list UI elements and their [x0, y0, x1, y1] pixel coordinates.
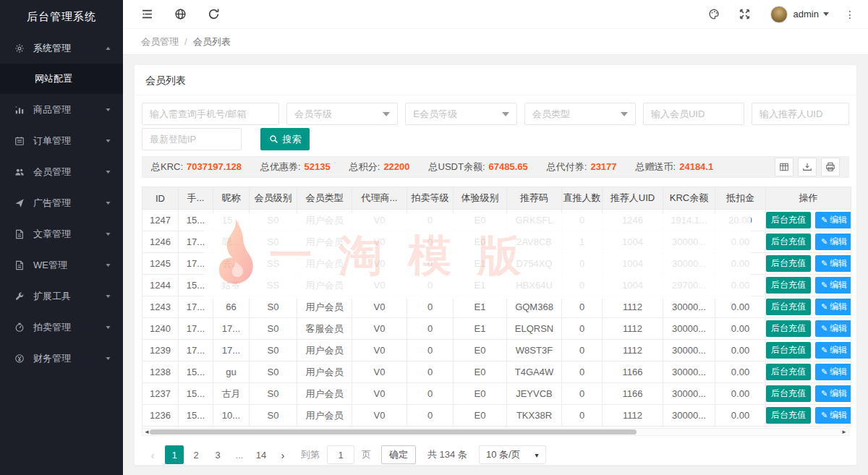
recharge-button[interactable]: 后台充值: [766, 342, 811, 359]
table-cell: 15...: [179, 361, 213, 383]
latest-ip-input[interactable]: [142, 128, 242, 150]
stat-value: 52135: [305, 161, 331, 172]
table-cell: 30000...: [663, 383, 715, 405]
recharge-button[interactable]: 后台充值: [766, 320, 811, 337]
sidebar-item-2[interactable]: 订单管理▼: [0, 125, 123, 156]
table-cell: 10...: [213, 405, 250, 427]
edit-button[interactable]: ✎编辑: [815, 364, 851, 380]
sidebar-subitem-网站配置[interactable]: 网站配置: [0, 64, 123, 94]
fullscreen-icon[interactable]: [739, 8, 752, 21]
goto-label: 到第: [301, 448, 320, 461]
table-cell: S0: [250, 210, 297, 231]
collapse-menu-icon[interactable]: [141, 8, 154, 21]
page-button-1[interactable]: 1: [165, 445, 184, 464]
sidebar-item-0[interactable]: 系统管理▲: [0, 33, 123, 64]
pencil-icon: ✎: [821, 411, 827, 419]
table-cell: 1004: [603, 275, 663, 296]
table-cell: JEYVCB: [507, 383, 562, 405]
pagination: ‹ 123...14 › 到第 页 确定 共 134 条 10 条/页 ▾: [142, 436, 849, 474]
table-cell: 0: [407, 210, 454, 231]
scroll-right-icon[interactable]: ►: [841, 429, 847, 435]
sidebar-item-1[interactable]: 商品管理▼: [0, 94, 123, 125]
chevron-down-icon: ▼: [105, 294, 112, 299]
theme-palette-icon[interactable]: [708, 8, 721, 21]
search-button[interactable]: 搜索: [260, 128, 310, 150]
page-button-2[interactable]: 2: [187, 445, 205, 464]
table-cell: 15...: [179, 405, 213, 427]
recharge-button[interactable]: 后台充值: [766, 364, 811, 380]
sidebar-item-9[interactable]: 财务管理▼: [0, 343, 123, 374]
globe-icon[interactable]: [174, 8, 187, 21]
table-cell: 用户会员: [297, 275, 352, 296]
actions-cell: 后台充值✎编辑: [766, 210, 851, 231]
recharge-button[interactable]: 后台充值: [766, 407, 811, 424]
refresh-icon[interactable]: [208, 8, 221, 21]
stats-bar: 总KRC:7037197.128总优惠券:52135总积分:22200总USDT…: [142, 156, 849, 178]
topbar: admin ⋮: [123, 0, 868, 29]
chevron-down-icon: ▼: [105, 231, 112, 237]
export-icon[interactable]: [798, 158, 817, 176]
breadcrumb-parent[interactable]: 会员管理: [141, 35, 179, 48]
pencil-icon: ✎: [821, 259, 827, 268]
finance-icon: [14, 353, 25, 364]
recharge-button[interactable]: 后台充值: [766, 385, 811, 402]
search-icon: [269, 134, 278, 144]
member-uid-input[interactable]: [643, 103, 744, 125]
stat-item: 总积分:22200: [349, 161, 410, 174]
recharge-button[interactable]: 后台充值: [766, 299, 811, 315]
sidebar-item-6[interactable]: WE管理▼: [0, 249, 123, 281]
edit-button[interactable]: ✎编辑: [815, 234, 851, 250]
sidebar-item-5[interactable]: 文章管理▼: [0, 218, 123, 249]
referrer-uid-input[interactable]: [752, 103, 849, 125]
edit-button[interactable]: ✎编辑: [815, 385, 851, 402]
sidebar-item-7[interactable]: 扩展工具▼: [0, 281, 123, 312]
sidebar-item-label: 系统管理: [33, 42, 105, 55]
table-cell: 0.00: [715, 296, 766, 318]
e-member-level-select[interactable]: E会员等级: [405, 103, 516, 125]
stat-label: 总代付券:: [547, 161, 587, 172]
edit-button[interactable]: ✎编辑: [815, 320, 851, 337]
pencil-icon: ✎: [821, 324, 827, 333]
sidebar-item-8[interactable]: 拍卖管理▼: [0, 312, 123, 343]
per-page-select[interactable]: 10 条/页 ▾: [479, 445, 546, 464]
pencil-icon: ✎: [821, 215, 827, 224]
table-cell: 17...: [179, 340, 213, 361]
sidebar-item-4[interactable]: 广告管理▼: [0, 187, 123, 218]
scroll-left-icon[interactable]: ◄: [144, 429, 150, 435]
page-button-14[interactable]: 14: [252, 445, 271, 464]
recharge-button[interactable]: 后台充值: [766, 234, 811, 250]
confirm-button[interactable]: 确定: [381, 445, 416, 464]
stat-item: 总USDT余额:67485.65: [429, 161, 528, 174]
member-level-select[interactable]: 会员等级: [286, 103, 398, 125]
actions-cell: 后台充值✎编辑: [766, 340, 851, 361]
main-column: admin ⋮ 会员管理 / 会员列表 会员列表 会员等: [123, 0, 868, 475]
user-avatar[interactable]: [770, 6, 788, 23]
chart-icon: [14, 104, 25, 116]
table-cell: E0: [454, 361, 507, 383]
next-page-button[interactable]: ›: [273, 445, 292, 464]
horizontal-scrollbar[interactable]: ◄ ►: [142, 428, 849, 436]
recharge-button[interactable]: 后台充值: [766, 255, 811, 272]
table-cell: 用户会员: [297, 296, 352, 318]
print-icon[interactable]: [821, 158, 840, 176]
member-type-select[interactable]: 会员类型: [524, 103, 636, 125]
table-cell: 嗯...: [213, 231, 250, 253]
scrollbar-thumb[interactable]: [150, 429, 637, 435]
edit-button[interactable]: ✎编辑: [815, 407, 851, 424]
edit-button[interactable]: ✎编辑: [815, 277, 851, 294]
phone-email-input[interactable]: [142, 103, 279, 125]
edit-button[interactable]: ✎编辑: [815, 299, 851, 315]
recharge-button[interactable]: 后台充值: [766, 277, 811, 294]
edit-button[interactable]: ✎编辑: [815, 342, 851, 359]
more-menu-icon[interactable]: ⋮: [845, 9, 855, 20]
prev-page-button[interactable]: ‹: [143, 445, 162, 464]
table-cell: 0: [407, 340, 454, 361]
edit-button[interactable]: ✎编辑: [815, 212, 851, 228]
user-menu[interactable]: admin: [793, 9, 829, 20]
page-button-3[interactable]: 3: [208, 445, 227, 464]
recharge-button[interactable]: 后台充值: [766, 212, 811, 228]
sidebar-item-3[interactable]: 会员管理▼: [0, 156, 123, 187]
goto-page-input[interactable]: [327, 445, 354, 464]
columns-filter-icon[interactable]: [775, 158, 793, 176]
edit-button[interactable]: ✎编辑: [815, 255, 851, 272]
